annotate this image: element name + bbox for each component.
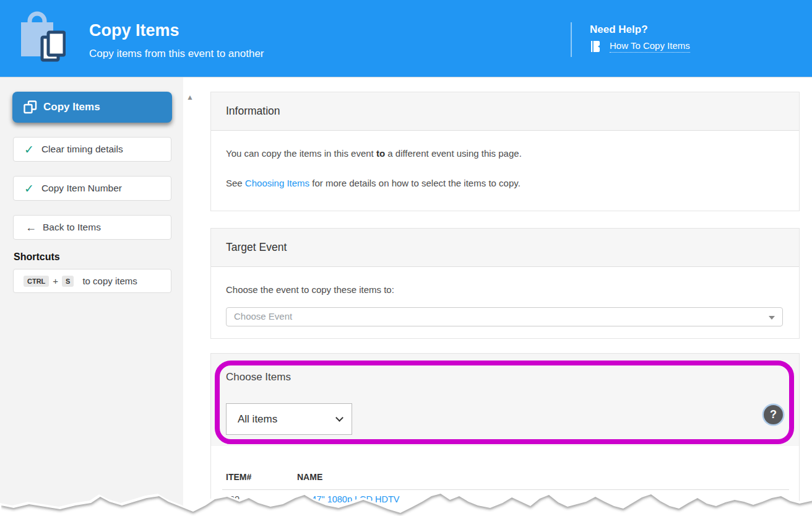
info-paragraph-1: You can copy the items in this event to …	[226, 147, 784, 160]
choose-event-placeholder: Choose Event	[234, 310, 292, 323]
shortcuts-heading: Shortcuts	[14, 251, 60, 263]
back-label: Back to Items	[43, 222, 101, 233]
choosing-items-link[interactable]: Choosing Items	[245, 178, 309, 188]
option-label: Copy Item Number	[41, 183, 122, 194]
option-label: Clear timing details	[41, 144, 123, 155]
help-icon[interactable]: ?	[764, 405, 783, 424]
how-to-copy-items-link[interactable]: How To Copy Items	[610, 40, 690, 53]
left-arrow-icon: ←	[25, 221, 37, 234]
back-to-items-button[interactable]: ← Back to Items	[13, 215, 171, 240]
header-divider	[571, 22, 572, 57]
sidebar-item-label: Copy Items	[43, 101, 100, 113]
shortcut-text: to copy items	[82, 276, 137, 286]
shortcut-card: CTRL + S to copy items	[13, 269, 171, 293]
check-icon: ✓	[24, 142, 34, 157]
target-event-panel: Target Event Choose the event to copy th…	[210, 228, 800, 339]
shopping-bag-copy-icon	[21, 7, 66, 67]
items-filter-select[interactable]: All items	[226, 403, 352, 435]
info-paragraph-2: See Choosing Items for more details on h…	[226, 177, 784, 190]
target-event-label: Choose the event to copy these items to:	[226, 283, 784, 297]
book-icon	[590, 41, 600, 52]
table-header-divider	[222, 489, 789, 490]
column-header-name: NAME	[297, 472, 322, 482]
kbd-s: S	[62, 276, 74, 287]
kbd-ctrl: CTRL	[24, 276, 49, 287]
target-event-panel-title: Target Event	[211, 229, 799, 267]
page-subtitle: Copy items from this event to another	[89, 48, 264, 60]
column-header-item-number: ITEM#	[226, 472, 251, 482]
items-table: ITEM# NAME 00 LG 47" 1080p LCD HDTV	[210, 446, 800, 516]
information-panel-title: Information	[211, 92, 799, 131]
choose-items-title: Choose Items	[226, 371, 291, 383]
dropdown-caret-icon	[769, 316, 775, 320]
sidebar-option-clear-timing[interactable]: ✓ Clear timing details	[13, 137, 171, 162]
plus-sign: +	[53, 276, 58, 286]
page-header: Copy Items Copy items from this event to…	[0, 0, 812, 77]
chevron-down-icon	[335, 414, 343, 422]
need-help-heading: Need Help?	[590, 24, 648, 36]
item-number-cell: 00	[230, 494, 240, 504]
choose-items-panel: Choose Items All items ?	[210, 353, 800, 446]
information-panel: Information You can copy the items in th…	[210, 92, 800, 211]
choose-event-select[interactable]: Choose Event	[226, 307, 783, 326]
scroll-up-icon[interactable]: ▲	[186, 93, 194, 102]
sidebar: Copy Items ✓ Clear timing details ✓ Copy…	[0, 77, 183, 516]
check-icon: ✓	[24, 181, 34, 196]
page-title: Copy Items	[89, 21, 179, 40]
item-name-link[interactable]: LG 47" 1080p LCD HDTV	[297, 494, 400, 504]
sidebar-option-copy-item-number[interactable]: ✓ Copy Item Number	[13, 176, 171, 201]
item-name-cell: LG 47" 1080p LCD HDTV	[297, 494, 400, 504]
sidebar-scrollbar: ▲	[183, 77, 197, 516]
copy-items-page: Copy Items Copy items from this event to…	[0, 0, 812, 516]
sidebar-item-copy-items[interactable]: Copy Items	[12, 92, 172, 123]
items-filter-value: All items	[238, 413, 277, 426]
copy-icon	[24, 100, 37, 114]
